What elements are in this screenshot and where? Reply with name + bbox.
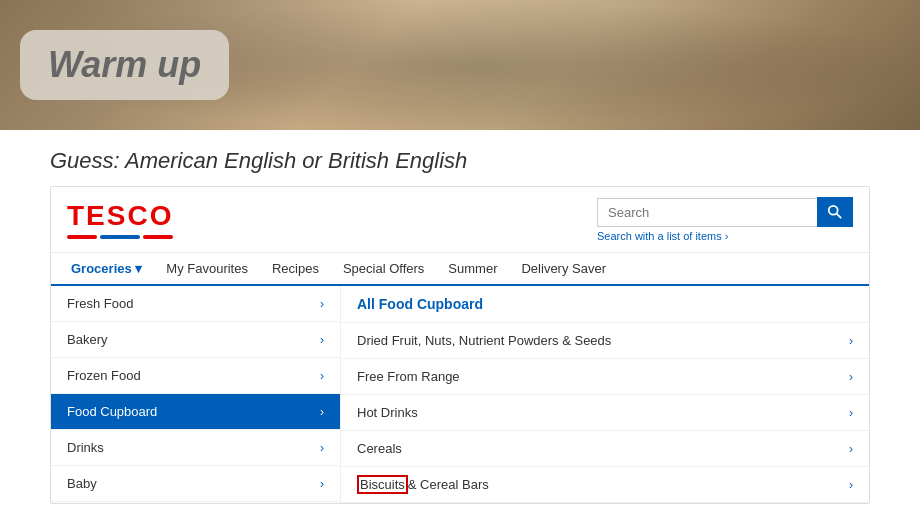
tesco-panel: TESCO Search with a list of items › [50,186,870,504]
logo-line-1 [67,235,97,239]
left-item-fresh-food[interactable]: Fresh Food › [51,286,340,322]
hero-section: Warm up [0,0,920,130]
search-button[interactable] [817,197,853,227]
tesco-nav: Groceries ▾ My Favourites Recipes Specia… [51,253,869,286]
chevron-right-icon: › [320,441,324,455]
chevron-right-icon: › [320,297,324,311]
chevron-right-icon: › [320,405,324,419]
chevron-right-icon: › [849,406,853,420]
chevron-right-icon: › [320,369,324,383]
guess-text: Guess: American English or British Engli… [50,148,467,173]
left-column: Fresh Food › Bakery › Frozen Food › Food… [51,286,341,503]
warm-up-badge: Warm up [20,30,229,100]
right-header[interactable]: All Food Cupboard [341,286,869,323]
search-input[interactable] [597,198,817,227]
nav-item-my-favourites[interactable]: My Favourites [154,253,260,284]
nav-item-groceries[interactable]: Groceries ▾ [59,253,154,284]
search-list-link[interactable]: Search with a list of items › [597,230,728,242]
chevron-right-icon: › [849,334,853,348]
tesco-logo-text: TESCO [67,200,173,232]
left-item-food-cupboard[interactable]: Food Cupboard › [51,394,340,430]
left-item-frozen-food[interactable]: Frozen Food › [51,358,340,394]
tesco-logo-lines [67,235,173,239]
search-icon [827,204,843,220]
svg-line-1 [837,214,841,218]
nav-item-recipes[interactable]: Recipes [260,253,331,284]
biscuits-highlight: Biscuits [357,475,408,494]
right-item-free-from[interactable]: Free From Range › [341,359,869,395]
left-item-drinks[interactable]: Drinks › [51,430,340,466]
guess-line: Guess: American English or British Engli… [0,130,920,186]
tesco-logo: TESCO [67,200,173,239]
logo-line-3 [143,235,173,239]
chevron-right-icon: › [849,370,853,384]
right-item-dried-fruit[interactable]: Dried Fruit, Nuts, Nutrient Powders & Se… [341,323,869,359]
search-row [597,197,853,227]
right-item-hot-drinks[interactable]: Hot Drinks › [341,395,869,431]
right-item-biscuits[interactable]: Biscuits& Cereal Bars › [341,467,869,503]
logo-line-2 [100,235,140,239]
tesco-content: Fresh Food › Bakery › Frozen Food › Food… [51,286,869,503]
svg-point-0 [829,206,838,215]
nav-item-special-offers[interactable]: Special Offers [331,253,436,284]
nav-item-delivery-saver[interactable]: Delivery Saver [509,253,618,284]
right-column: All Food Cupboard Dried Fruit, Nuts, Nut… [341,286,869,503]
left-item-baby[interactable]: Baby › [51,466,340,502]
chevron-right-icon: › [849,442,853,456]
nav-item-summer[interactable]: Summer [436,253,509,284]
left-item-bakery[interactable]: Bakery › [51,322,340,358]
chevron-right-icon: › [320,333,324,347]
tesco-header: TESCO Search with a list of items › [51,187,869,253]
warm-up-title: Warm up [48,44,201,85]
search-area: Search with a list of items › [597,197,853,242]
right-item-cereals[interactable]: Cereals › [341,431,869,467]
chevron-right-icon: › [849,478,853,492]
chevron-right-icon: › [320,477,324,491]
